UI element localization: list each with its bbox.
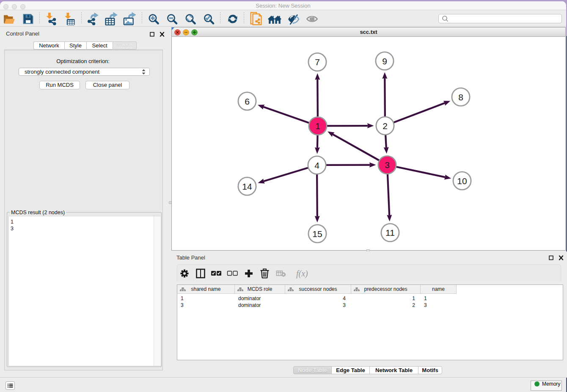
svg-text:7: 7 bbox=[315, 57, 320, 67]
svg-text:11: 11 bbox=[385, 228, 395, 237]
svg-text:15: 15 bbox=[312, 229, 322, 239]
svg-text:10: 10 bbox=[457, 176, 467, 186]
svg-text:f(x): f(x) bbox=[296, 269, 308, 279]
svg-text:14: 14 bbox=[242, 182, 252, 191]
svg-text:9: 9 bbox=[382, 56, 387, 66]
svg-text:4: 4 bbox=[314, 160, 319, 170]
svg-text:8: 8 bbox=[458, 92, 463, 102]
svg-text:2: 2 bbox=[383, 121, 388, 131]
svg-text:6: 6 bbox=[245, 97, 250, 106]
svg-text:3: 3 bbox=[385, 160, 390, 170]
svg-text:1: 1 bbox=[315, 121, 320, 131]
